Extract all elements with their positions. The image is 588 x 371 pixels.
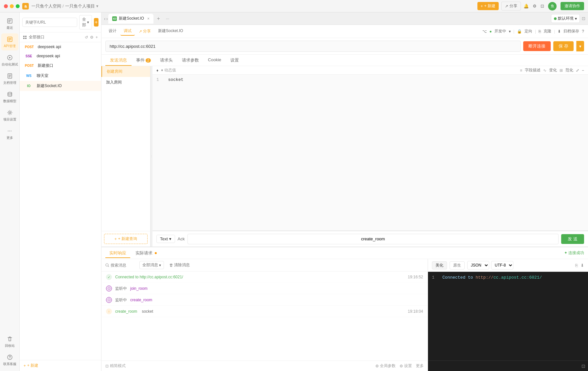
new-query-button[interactable]: + + 新建查询 bbox=[104, 234, 148, 244]
tab-design[interactable]: 设计 bbox=[105, 27, 120, 36]
encoding-select[interactable]: UTF-8 GBK bbox=[491, 261, 513, 269]
refresh-icon[interactable]: ↺ bbox=[85, 35, 88, 40]
tab-more-button[interactable]: ··· bbox=[163, 14, 172, 23]
share-button[interactable]: ↗ 分享 bbox=[501, 2, 521, 10]
api-item-new-post[interactable]: POST 新建接口 bbox=[20, 61, 101, 71]
message-search[interactable] bbox=[105, 263, 137, 268]
bottom-tab-realtime[interactable]: 实时响应 bbox=[105, 248, 130, 258]
message-filter-all[interactable]: 全部消息 ▾ bbox=[139, 261, 164, 269]
nav-next-icon[interactable]: › bbox=[106, 16, 108, 21]
footer-settings-button[interactable]: ⚙ 设置 bbox=[400, 363, 412, 369]
inner-tab-headers[interactable]: 请求头 bbox=[155, 55, 177, 66]
connect-success-label[interactable]: ✦ 连接成功 bbox=[564, 250, 584, 256]
tab-close-icon[interactable]: × bbox=[147, 16, 150, 21]
project-dropdown-icon[interactable]: ▾ bbox=[96, 4, 98, 9]
share-label: 分享 bbox=[509, 3, 517, 9]
lock-icon[interactable]: 🔒 bbox=[517, 29, 522, 34]
help-icon[interactable]: ? bbox=[582, 29, 584, 34]
bottom-tab-actual[interactable]: 实际请求 bbox=[132, 248, 161, 258]
global-params-button[interactable]: ⚙ 全局参数 bbox=[375, 363, 396, 369]
window-icon[interactable]: ⊡ bbox=[541, 4, 544, 9]
listen-label2: 监听中 bbox=[115, 297, 127, 303]
bell-icon[interactable]: 🔔 bbox=[524, 4, 529, 9]
message-item-listen-create[interactable]: ⓘ 监听中 create_room bbox=[101, 294, 428, 306]
add-api-button[interactable]: + bbox=[94, 18, 98, 27]
download-icon[interactable]: ⬇ bbox=[580, 263, 584, 268]
text-type-selector[interactable]: Text ▾ bbox=[156, 235, 175, 243]
minimize-button[interactable] bbox=[10, 4, 14, 8]
api-item-deepseek-post[interactable]: POST deepseek api bbox=[20, 42, 101, 51]
collapse-icon[interactable]: − bbox=[582, 68, 584, 73]
dev-dropdown-icon[interactable]: ▾ bbox=[509, 29, 511, 34]
footer-mode-button[interactable]: ⊡ 精简模式 bbox=[105, 363, 126, 369]
sidebar-item-recent[interactable]: 最近 bbox=[1, 15, 18, 32]
beautify-button[interactable]: 美化 bbox=[432, 261, 447, 269]
save-icon[interactable]: ⬇ bbox=[558, 29, 561, 34]
settings-icon2[interactable]: ⚙ bbox=[90, 35, 94, 40]
message-search-input[interactable] bbox=[111, 263, 137, 268]
message-item-send-create[interactable]: ↑ create_room socket 19:18:04 bbox=[101, 306, 428, 317]
api-item-socket-io[interactable]: IO 新建Socket.IO bbox=[20, 81, 101, 91]
format-label[interactable]: 范化 bbox=[565, 67, 573, 73]
method-badge: POST bbox=[24, 45, 35, 49]
sidebar-item-trash[interactable]: 回收站 bbox=[1, 333, 18, 350]
maximize-button[interactable] bbox=[16, 4, 20, 8]
sidebar-item-settings[interactable]: 项目设置 bbox=[1, 107, 18, 124]
api-item-chatroom-ws[interactable]: WS 聊天室 bbox=[20, 71, 101, 81]
nav-prev-icon[interactable]: ‹ bbox=[104, 16, 106, 21]
sidebar-item-datamodel[interactable]: 数据模型 bbox=[1, 88, 18, 105]
event-input[interactable] bbox=[187, 234, 559, 244]
layout-toggle-icon[interactable]: ⊡ bbox=[581, 363, 585, 369]
layout-icon[interactable]: ⊡ bbox=[582, 16, 585, 21]
close-button[interactable] bbox=[4, 4, 8, 8]
inner-tab-cookie[interactable]: Cookie bbox=[204, 55, 226, 66]
raw-button[interactable]: 原生 bbox=[450, 261, 465, 269]
field-desc-label[interactable]: 字段描述 bbox=[525, 67, 541, 73]
save-dropdown-button[interactable]: ▾ bbox=[576, 41, 584, 51]
tab-debug[interactable]: 调试 bbox=[120, 27, 135, 36]
message-item-connected[interactable]: ✓ Connected to http://cc.apipost.cc:6021… bbox=[101, 271, 428, 283]
expand-icon[interactable]: ⤢ bbox=[576, 68, 579, 73]
format-select[interactable]: JSON XML HTML Text bbox=[467, 261, 489, 269]
inner-tab-params[interactable]: 请求参数 bbox=[177, 55, 204, 66]
notification-icon[interactable]: ⚙ bbox=[533, 4, 537, 9]
url-input[interactable] bbox=[105, 41, 521, 52]
send-button[interactable]: 发 送 bbox=[561, 234, 584, 244]
message-item-listen-join[interactable]: ⓘ 监听中 join_room bbox=[101, 283, 428, 294]
tab-share[interactable]: ↗ 分享 bbox=[135, 27, 154, 36]
main-layout: 最近 API管理 自动化测试 文档管理 数据模型 bbox=[0, 12, 588, 371]
pane-item-join-room[interactable]: 加入房间 bbox=[101, 77, 150, 88]
new-button[interactable]: + + 新建 bbox=[477, 2, 499, 10]
add-section-icon[interactable]: + bbox=[96, 35, 98, 40]
filter-button[interactable]: 全部 ▾ bbox=[79, 15, 92, 29]
sidebar-item-autotest[interactable]: 自动化测试 bbox=[1, 52, 18, 69]
inner-tab-events[interactable]: 事件2 bbox=[132, 55, 155, 66]
clone-icon[interactable]: ⎘ bbox=[539, 29, 541, 34]
inner-tab-send-msg[interactable]: 发送消息 bbox=[105, 55, 132, 66]
sidebar-item-more[interactable]: ··· 更多 bbox=[1, 125, 18, 142]
pane-item-create-room[interactable]: 创建房间 bbox=[101, 66, 150, 77]
collaborate-button[interactable]: 邀请协作 bbox=[561, 2, 584, 10]
tab-socket-io[interactable]: IO 新建Socket.IO × bbox=[108, 14, 153, 24]
avatar[interactable]: 鱼 bbox=[548, 2, 557, 10]
message-editor[interactable]: 1 socket bbox=[152, 75, 588, 231]
env-selector[interactable]: 默认环境 ▾ bbox=[551, 14, 580, 23]
sidebar-item-api[interactable]: API管理 bbox=[1, 33, 18, 50]
sidebar-item-docs[interactable]: 文档管理 bbox=[1, 70, 18, 87]
save-button[interactable]: 保 存 bbox=[553, 41, 574, 51]
search-input[interactable] bbox=[22, 18, 77, 27]
message-clear-button[interactable]: 清除消息 bbox=[167, 261, 192, 269]
disconnect-button[interactable]: 断开连接 bbox=[523, 41, 551, 51]
sidebar-item-support[interactable]: 联系客服 bbox=[1, 351, 18, 368]
format-icon[interactable]: ⌥ bbox=[482, 29, 487, 34]
tab-add-button[interactable]: + bbox=[154, 14, 163, 23]
footer-more-button[interactable]: 更多 bbox=[416, 363, 424, 369]
copy-icon[interactable]: ⎘ bbox=[575, 263, 578, 268]
api-item-deepseek-sse[interactable]: SSE deepseek api bbox=[20, 51, 101, 61]
inner-tab-settings[interactable]: 设置 bbox=[226, 55, 243, 66]
tab-share-label: 分享 bbox=[143, 28, 151, 34]
change-label[interactable]: 变化 bbox=[549, 67, 557, 73]
project-name[interactable]: 一只鱼个人项目 bbox=[65, 3, 95, 9]
new-api-button[interactable]: + + 新建 bbox=[20, 360, 101, 371]
new-query-label: + 新建查询 bbox=[118, 236, 137, 242]
